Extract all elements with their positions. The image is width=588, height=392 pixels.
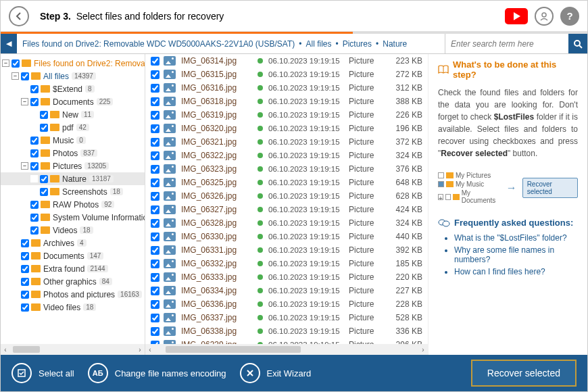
file-row[interactable]: IMG_06321.jpg06.10.2023 19:19:15Picture3… (145, 135, 428, 149)
nav-back-button[interactable]: ◀ (1, 34, 17, 53)
file-checkbox[interactable] (151, 138, 160, 147)
file-checkbox[interactable] (151, 232, 160, 241)
user-icon[interactable] (535, 7, 554, 26)
search-input[interactable] (445, 34, 568, 53)
file-row[interactable]: IMG_06314.jpg06.10.2023 19:19:15Picture2… (145, 54, 428, 68)
file-checkbox[interactable] (151, 219, 160, 228)
tree-checkbox[interactable] (40, 175, 48, 183)
back-button[interactable] (9, 6, 29, 26)
file-row[interactable]: IMG_06332.jpg06.10.2023 19:19:15Picture1… (145, 257, 428, 270)
collapse-icon[interactable]: − (2, 59, 9, 67)
tree-item[interactable]: $Extend8 (1, 82, 145, 95)
tree-checkbox[interactable] (21, 291, 29, 299)
tree-item[interactable]: System Volume Information2 (1, 211, 145, 224)
encoding-button[interactable]: AБ Change file names encoding (88, 363, 226, 383)
tree-checkbox[interactable] (40, 111, 48, 119)
youtube-icon[interactable] (505, 8, 528, 24)
select-all-button[interactable]: Select all (11, 363, 74, 383)
tree-item[interactable]: Photos and pictures16163 (1, 288, 145, 301)
tree-item[interactable]: RAW Photos92 (1, 198, 145, 211)
tree-root[interactable]: − Files found on Drive2: Removab (1, 57, 145, 70)
file-checkbox[interactable] (151, 97, 160, 106)
file-row[interactable]: IMG_06337.jpg06.10.2023 19:19:15Picture5… (145, 311, 428, 324)
tree-checkbox[interactable] (21, 303, 29, 312)
file-checkbox[interactable] (151, 260, 160, 268)
file-checkbox[interactable] (151, 178, 160, 187)
tree-checkbox[interactable] (30, 85, 39, 93)
help-icon[interactable]: ? (560, 7, 579, 26)
file-checkbox[interactable] (151, 124, 160, 133)
tree-checkbox[interactable] (21, 72, 29, 80)
tree-checkbox[interactable] (21, 239, 29, 247)
tree-item[interactable]: −All files14397 (1, 70, 145, 82)
collapse-icon[interactable]: − (21, 162, 28, 170)
file-row[interactable]: IMG_06322.jpg06.10.2023 19:19:15Picture3… (145, 149, 428, 162)
tree-scrollbar[interactable]: ‹› (1, 344, 145, 355)
file-checkbox[interactable] (151, 57, 160, 66)
tree-checkbox[interactable] (11, 59, 20, 68)
file-checkbox[interactable] (151, 111, 160, 120)
file-row[interactable]: IMG_06327.jpg06.10.2023 19:19:15Picture4… (145, 203, 428, 216)
tree-item[interactable]: −Pictures13205 (1, 160, 145, 172)
file-row[interactable]: IMG_06320.jpg06.10.2023 19:19:15Picture1… (145, 122, 428, 135)
tree-item[interactable]: Videos18 (1, 224, 145, 237)
tree-item[interactable]: −Documents225 (1, 95, 145, 108)
file-row[interactable]: IMG_06336.jpg06.10.2023 19:19:15Picture2… (145, 297, 428, 311)
breadcrumb[interactable]: Files found on Drive2: Removable WDC WD5… (17, 34, 445, 53)
faq-item[interactable]: Why are some file names in numbers? (454, 245, 578, 264)
file-row[interactable]: IMG_06315.jpg06.10.2023 19:19:15Picture2… (145, 68, 428, 81)
file-row[interactable]: IMG_06325.jpg06.10.2023 19:19:15Picture6… (145, 176, 428, 189)
file-row[interactable]: IMG_06334.jpg06.10.2023 19:19:15Picture2… (145, 284, 428, 297)
exit-wizard-button[interactable]: Exit Wizard (240, 363, 312, 383)
collapse-icon[interactable]: − (11, 72, 19, 80)
file-checkbox[interactable] (151, 205, 160, 214)
tree-item[interactable]: New11 (1, 108, 145, 121)
file-row[interactable]: IMG_06333.jpg06.10.2023 19:19:15Picture2… (145, 270, 428, 284)
file-checkbox[interactable] (151, 273, 160, 282)
search-button[interactable] (568, 34, 587, 53)
recover-selected-button[interactable]: Recover selected (471, 360, 577, 387)
tree-checkbox[interactable] (30, 98, 39, 106)
tree-item[interactable]: Video files18 (1, 301, 145, 314)
file-row[interactable]: IMG_06338.jpg06.10.2023 19:19:15Picture3… (145, 324, 428, 338)
file-row[interactable]: IMG_06326.jpg06.10.2023 19:19:15Picture6… (145, 189, 428, 203)
file-row[interactable]: IMG_06328.jpg06.10.2023 19:19:15Picture3… (145, 216, 428, 230)
tree-item[interactable]: pdf42 (1, 121, 145, 134)
file-checkbox[interactable] (151, 84, 160, 93)
tree-checkbox[interactable] (40, 124, 48, 132)
file-row[interactable]: IMG_06319.jpg06.10.2023 19:19:15Picture2… (145, 108, 428, 122)
tree-item[interactable]: Photos837 (1, 147, 145, 160)
file-checkbox[interactable] (151, 151, 160, 160)
file-row[interactable]: IMG_06318.jpg06.10.2023 19:19:15Picture3… (145, 95, 428, 108)
tree-checkbox[interactable] (30, 226, 39, 235)
file-row[interactable]: IMG_06316.jpg06.10.2023 19:19:15Picture3… (145, 81, 428, 95)
collapse-icon[interactable]: − (21, 98, 28, 105)
tree-item[interactable]: Archives4 (1, 237, 145, 249)
tree-item[interactable]: Nature13187 (1, 172, 145, 185)
file-checkbox[interactable] (151, 192, 160, 201)
file-checkbox[interactable] (151, 246, 160, 255)
tree-checkbox[interactable] (21, 252, 29, 260)
file-row[interactable]: IMG_06331.jpg06.10.2023 19:19:15Picture3… (145, 243, 428, 257)
tree-checkbox[interactable] (21, 278, 29, 286)
tree-item[interactable]: Documents147 (1, 249, 145, 262)
tree-item[interactable]: Extra found2144 (1, 262, 145, 275)
tree-checkbox[interactable] (30, 149, 39, 157)
file-row[interactable]: IMG_06339.jpg06.10.2023 19:19:15Picture2… (145, 338, 428, 344)
file-checkbox[interactable] (151, 287, 160, 295)
filelist-scrollbar[interactable]: ‹› (145, 344, 428, 355)
faq-item[interactable]: How can I find files here? (454, 267, 578, 276)
tree-checkbox[interactable] (30, 201, 39, 209)
tree-checkbox[interactable] (30, 162, 39, 170)
tree-item[interactable]: Music0 (1, 134, 145, 147)
file-checkbox[interactable] (151, 165, 160, 174)
file-checkbox[interactable] (151, 314, 160, 322)
file-row[interactable]: IMG_06330.jpg06.10.2023 19:19:15Picture4… (145, 230, 428, 243)
tree-checkbox[interactable] (30, 214, 39, 222)
tree-checkbox[interactable] (21, 265, 29, 273)
tree-checkbox[interactable] (30, 137, 39, 145)
file-checkbox[interactable] (151, 327, 160, 336)
file-checkbox[interactable] (151, 300, 160, 309)
tree-checkbox[interactable] (40, 188, 48, 196)
tree-item[interactable]: Screenshots18 (1, 185, 145, 198)
